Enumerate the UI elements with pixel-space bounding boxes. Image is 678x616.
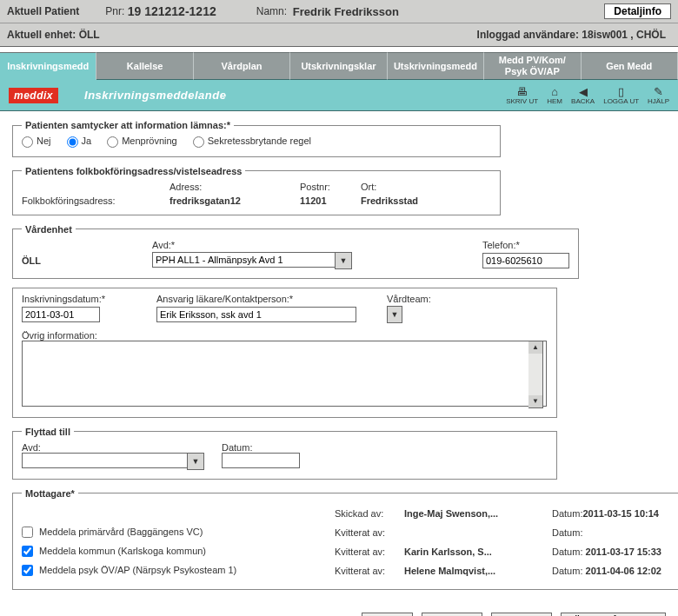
- inskrivning-group: Inskrivningsdatum:* Ansvarig läkare/Kont…: [12, 288, 557, 418]
- kvitterat-head: Kvitterat av:: [335, 527, 404, 538]
- kvitterat-head: Kvitterat av:: [335, 546, 404, 557]
- printer-icon: 🖶: [515, 85, 530, 97]
- logout-icon: ▯: [614, 85, 629, 97]
- page-title: Inskrivningsmeddelande: [84, 89, 226, 102]
- tab-medd-pv[interactable]: Medd PV/Kom/ Psyk ÖV/AP: [484, 52, 581, 80]
- vardenhet-legend: Vårdenhet: [22, 224, 76, 235]
- ovrig-textarea[interactable]: [22, 341, 547, 407]
- kvit3-value: Helene Malmqvist,...: [404, 566, 552, 576]
- back-icon: ◀: [575, 85, 591, 97]
- namn-value: Fredrik Fredriksson: [293, 5, 399, 18]
- fly-datum-head: Datum:: [222, 442, 548, 453]
- tab-utskrivningsklar[interactable]: Utskrivningsklar: [290, 52, 387, 80]
- telefon-head: Telefon:*: [482, 240, 569, 250]
- meddela-primarvard-checkbox[interactable]: Meddela primärvård (Baggängens VC): [22, 527, 335, 539]
- tab-kallelse[interactable]: Kallelse: [96, 52, 193, 80]
- ansvarig-input[interactable]: [156, 307, 356, 322]
- hjalp-button[interactable]: ✎HJÄLP: [648, 85, 669, 105]
- aktuell-enhet-label: Aktuell enhet: ÖLL: [7, 29, 100, 41]
- datum1-head: Datum:: [552, 527, 678, 538]
- ny-avd-button[interactable]: Ny avd: [422, 613, 482, 616]
- avd-select[interactable]: [152, 252, 335, 268]
- vardenhet-group: Vårdenhet Avd:*Telefon:* ÖLL ▼: [12, 224, 579, 279]
- home-icon: ⌂: [547, 85, 562, 97]
- mottagare-group: Mottagare* Skickad av: Inge-Maj Swenson,…: [12, 488, 678, 590]
- ort-value: Fredriksstad: [361, 195, 491, 206]
- radio-menprovning[interactable]: Menprövning: [107, 136, 177, 148]
- address-legend: Patientens folkbokföringsadress/vistelse…: [22, 166, 245, 176]
- logga-ut-button[interactable]: ▯LOGGA UT: [603, 85, 639, 105]
- scroll-down-icon[interactable]: ▼: [528, 395, 542, 407]
- ta-bort-button[interactable]: Ta bort: [491, 613, 552, 616]
- dropdown-icon[interactable]: ▼: [335, 252, 352, 269]
- scroll-up-icon[interactable]: ▲: [528, 341, 542, 354]
- help-icon: ✎: [651, 85, 667, 97]
- flyttad-group: Flyttad till Avd: Datum: ▼: [12, 427, 557, 480]
- adress-head: Adress:: [170, 182, 300, 192]
- sand-button[interactable]: Sänd: [362, 613, 413, 616]
- backa-button[interactable]: ◀BACKA: [571, 85, 595, 105]
- address-group: Patientens folkbokföringsadress/vistelse…: [12, 166, 501, 215]
- andra-vardteam-button[interactable]: Ändra vårdteam: [561, 613, 666, 616]
- telefon-input[interactable]: [482, 253, 569, 268]
- radio-nej[interactable]: Nej: [22, 136, 51, 148]
- tab-inskrivningsmedd[interactable]: Inskrivningsmedd: [0, 52, 96, 80]
- ort-head: Ort:: [361, 182, 491, 192]
- insdatum-input[interactable]: [22, 307, 100, 322]
- avd-head: Avd:*: [152, 240, 396, 250]
- fly-avd-select[interactable]: [22, 453, 187, 468]
- aktuell-patient-label: Aktuell Patient: [7, 5, 79, 17]
- skickad-head: Skickad av:: [335, 508, 404, 519]
- postnr-head: Postnr:: [300, 182, 361, 192]
- pnr-label: Pnr:: [105, 5, 124, 17]
- vardteam-head: Vårdteam:: [387, 294, 548, 304]
- pnr-value: 19 121212-1212: [128, 4, 216, 18]
- fly-datum-input[interactable]: [222, 453, 300, 468]
- mottagare-legend: Mottagare*: [22, 488, 78, 499]
- dropdown-icon[interactable]: ▼: [187, 453, 204, 470]
- adress-value: fredriksgatan12: [170, 195, 300, 206]
- fly-avd-head: Avd:: [22, 442, 222, 453]
- meddela-psyk-checkbox[interactable]: Meddela psyk ÖV/AP (Närpsyk Psykosteam 1…: [22, 565, 335, 577]
- ovrig-label: Övrig information:: [22, 330, 548, 341]
- ansvarig-head: Ansvarig läkare/Kontaktperson:*: [156, 294, 369, 304]
- meddela-kommun-checkbox[interactable]: Meddela kommun (Karlskoga kommun): [22, 546, 335, 558]
- enhet-value: ÖLL: [22, 255, 152, 266]
- inloggad-label: Inloggad användare: 18isw001 , CHÖL: [477, 29, 666, 41]
- scrollbar[interactable]: ▲▼: [528, 341, 543, 408]
- radio-sekretess[interactable]: Sekretessbrytande regel: [193, 136, 311, 148]
- folk-label: Folkbokföringsadress:: [22, 195, 170, 206]
- brand-logo: meddix: [9, 88, 58, 103]
- consent-legend: Patienten samtycker att information lämn…: [22, 120, 234, 130]
- insdatum-head: Inskrivningsdatum:*: [22, 294, 156, 304]
- postnr-value: 11201: [300, 195, 361, 206]
- skriv-ut-button[interactable]: 🖶SKRIV UT: [506, 85, 538, 105]
- consent-group: Patienten samtycker att information lämn…: [12, 120, 501, 157]
- kvitterat-head: Kvitterat av:: [335, 566, 404, 576]
- namn-label: Namn:: [256, 5, 287, 17]
- hem-button[interactable]: ⌂HEM: [547, 85, 562, 105]
- radio-ja[interactable]: Ja: [67, 136, 92, 148]
- skickad-value: Inge-Maj Swenson,...: [404, 508, 552, 519]
- tab-bar: Inskrivningsmedd Kallelse Vårdplan Utskr…: [0, 52, 678, 80]
- tab-vardplan[interactable]: Vårdplan: [194, 52, 290, 80]
- tab-gen-medd[interactable]: Gen Medd: [582, 52, 678, 80]
- detaljinfo-button[interactable]: Detaljinfo: [604, 3, 671, 19]
- kvit2-value: Karin Karlsson, S...: [404, 546, 552, 557]
- vardteam-dropdown[interactable]: ▼: [387, 306, 402, 323]
- tab-utskrivningsmedd[interactable]: Utskrivningsmedd: [388, 52, 484, 80]
- flyttad-legend: Flyttad till: [22, 427, 74, 437]
